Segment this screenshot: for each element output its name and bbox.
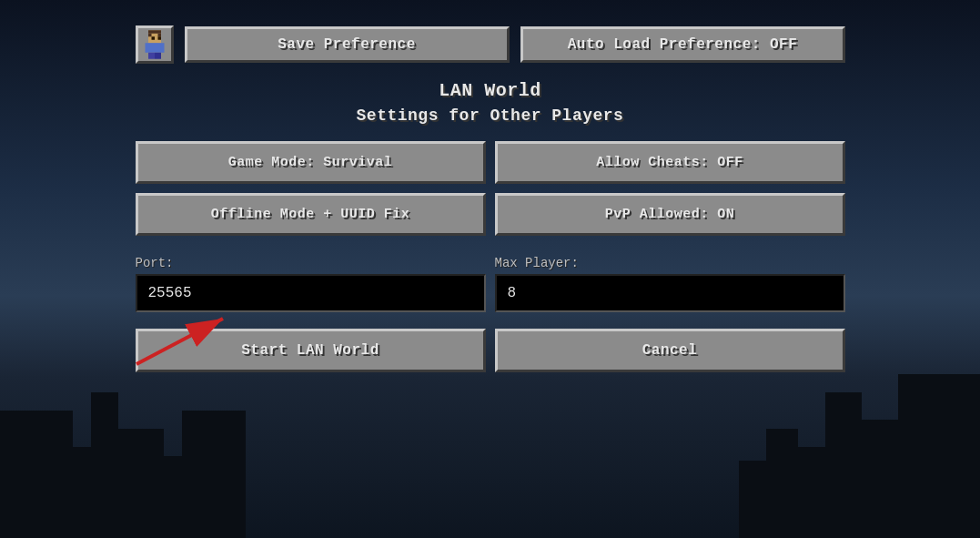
- game-mode-button[interactable]: Game Mode: Survival: [136, 141, 486, 184]
- port-label: Port:: [136, 256, 486, 270]
- svg-rect-8: [161, 43, 165, 53]
- input-row: Port: Max Player:: [136, 256, 845, 312]
- cancel-button[interactable]: Cancel: [495, 329, 845, 372]
- max-player-input[interactable]: [495, 274, 845, 312]
- svg-rect-3: [157, 34, 161, 37]
- svg-rect-5: [157, 36, 161, 40]
- svg-rect-1: [148, 30, 161, 34]
- svg-rect-2: [148, 34, 152, 37]
- max-player-label: Max Player:: [495, 256, 845, 270]
- player-icon: [136, 25, 174, 64]
- start-lan-world-button[interactable]: Start LAN World: [136, 329, 486, 372]
- allow-cheats-button[interactable]: Allow Cheats: OFF: [495, 141, 845, 184]
- port-input[interactable]: [136, 274, 486, 312]
- auto-load-preference-button[interactable]: Auto Load Preference: OFF: [520, 26, 845, 63]
- svg-rect-10: [155, 53, 161, 59]
- svg-rect-9: [148, 53, 155, 59]
- bottom-row: Start LAN World Cancel: [136, 329, 845, 372]
- lan-world-title: LAN World: [439, 80, 541, 101]
- port-input-group: Port:: [136, 256, 486, 312]
- svg-rect-7: [145, 43, 148, 53]
- pvp-allowed-button[interactable]: PvP Allowed: ON: [495, 193, 845, 236]
- settings-subtitle: Settings for Other Players: [357, 107, 624, 125]
- max-player-input-group: Max Player:: [495, 256, 845, 312]
- svg-rect-4: [151, 36, 155, 40]
- top-row: Save Preference Auto Load Preference: OF…: [136, 25, 845, 64]
- svg-rect-6: [148, 43, 161, 53]
- offline-mode-button[interactable]: Offline Mode + UUID Fix: [136, 193, 486, 236]
- settings-button-grid: Game Mode: Survival Allow Cheats: OFF Of…: [136, 141, 845, 236]
- main-content: Save Preference Auto Load Preference: OF…: [0, 0, 980, 538]
- save-preference-button[interactable]: Save Preference: [185, 26, 510, 63]
